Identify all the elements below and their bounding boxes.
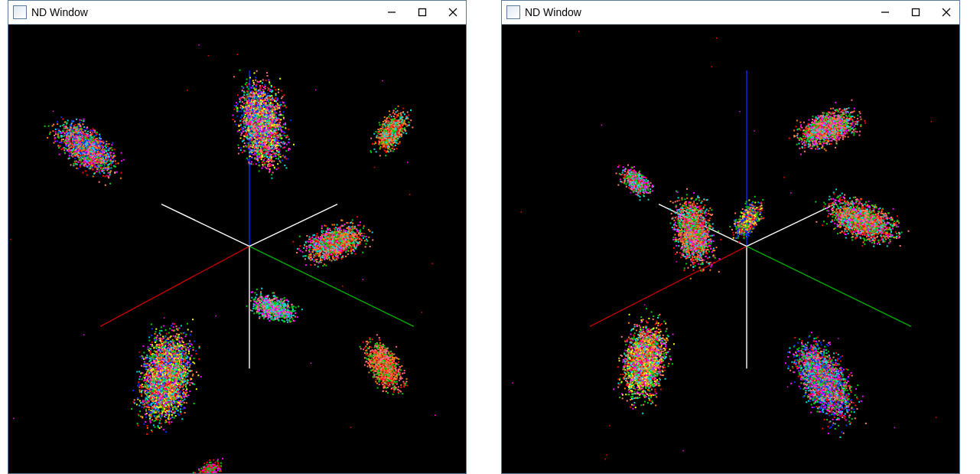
svg-rect-23531 [632,365,633,367]
svg-rect-8716 [380,349,382,351]
svg-rect-6664 [327,257,328,258]
svg-rect-476 [121,172,122,174]
svg-rect-23091 [634,382,636,384]
svg-rect-21071 [822,355,823,356]
svg-rect-10443 [176,333,177,335]
svg-rect-10940 [178,377,180,378]
svg-rect-22745 [655,378,656,379]
svg-rect-22908 [629,357,630,358]
svg-rect-22780 [621,381,623,383]
svg-rect-3105 [275,89,276,90]
svg-rect-21022 [816,338,817,339]
close-button[interactable] [939,6,953,18]
svg-rect-1038 [74,137,76,139]
svg-rect-11776 [155,346,156,348]
svg-rect-21205 [832,388,833,390]
svg-rect-21235 [817,374,819,375]
svg-rect-4322 [255,138,256,139]
svg-rect-11725 [151,406,153,407]
svg-rect-1585 [95,142,96,144]
svg-rect-16501 [822,137,824,139]
svg-rect-20369 [812,377,814,378]
minimize-button[interactable] [385,6,399,18]
svg-rect-21135 [794,360,796,361]
svg-rect-1194 [90,129,91,131]
svg-rect-16508 [830,134,832,136]
viewport-3d[interactable] [8,25,466,473]
svg-rect-4086 [246,93,248,95]
svg-rect-20564 [832,362,834,364]
svg-rect-4502 [259,136,260,137]
svg-rect-21102 [829,359,831,361]
svg-rect-7535 [278,307,280,309]
svg-rect-8406 [371,355,373,356]
svg-rect-6636 [337,231,338,233]
svg-rect-8683 [391,371,392,373]
svg-rect-14636 [705,224,707,226]
svg-rect-20233 [823,351,825,352]
svg-rect-14598 [685,202,687,204]
svg-rect-12865 [632,176,633,178]
svg-rect-17388 [861,245,863,247]
svg-rect-4396 [249,117,250,119]
close-button[interactable] [446,6,460,18]
titlebar[interactable]: ND Window [502,1,959,25]
svg-rect-22451 [648,387,650,389]
svg-rect-4311 [255,105,256,106]
svg-rect-7556 [281,302,282,304]
svg-rect-5304 [389,139,390,140]
svg-rect-1745 [79,119,80,120]
svg-rect-10347 [175,394,177,395]
svg-rect-4185 [287,158,288,159]
svg-rect-14331 [709,225,711,227]
svg-rect-11756 [169,397,171,399]
svg-rect-7580 [273,311,275,312]
viewport-3d[interactable] [502,25,959,473]
titlebar[interactable]: ND Window [8,1,466,25]
svg-rect-7468 [265,299,267,301]
svg-rect-12339 [198,44,200,45]
svg-rect-5112 [406,125,408,126]
svg-rect-11360 [182,387,184,389]
svg-rect-7592 [265,305,267,306]
svg-rect-18282 [871,242,873,244]
svg-rect-11861 [167,376,168,378]
svg-rect-5181 [396,142,398,144]
svg-rect-23089 [644,335,646,337]
svg-rect-18535 [883,224,884,226]
svg-rect-23302 [646,337,647,338]
svg-rect-12832 [637,180,639,181]
svg-rect-18409 [851,227,853,229]
svg-rect-4141 [252,145,254,146]
svg-rect-10270 [166,333,168,335]
svg-rect-23304 [650,340,652,342]
svg-rect-1445 [102,148,103,149]
svg-rect-11280 [145,392,147,394]
svg-rect-23495 [641,380,643,381]
maximize-button[interactable] [909,6,923,18]
svg-rect-20484 [816,393,818,394]
svg-rect-4476 [252,117,254,119]
svg-rect-3504 [241,109,243,110]
svg-rect-1694 [93,137,94,139]
maximize-button[interactable] [415,6,429,18]
svg-rect-16629 [835,123,836,124]
svg-rect-16491 [843,113,845,115]
svg-rect-21190 [832,381,833,383]
svg-rect-20722 [825,405,826,407]
svg-rect-6599 [340,226,341,227]
svg-rect-2060 [288,142,290,143]
svg-rect-16656 [828,120,829,122]
svg-rect-20542 [793,353,794,355]
svg-rect-5044 [398,115,399,116]
svg-rect-21174 [809,378,811,379]
svg-rect-7501 [275,312,277,313]
svg-rect-20658 [836,393,838,394]
svg-rect-5365 [388,132,389,134]
svg-rect-23111 [640,342,641,343]
svg-rect-14519 [695,248,697,250]
svg-rect-1586 [112,161,113,162]
svg-rect-4501 [240,149,242,151]
minimize-button[interactable] [878,6,892,18]
svg-rect-21284 [839,396,841,397]
